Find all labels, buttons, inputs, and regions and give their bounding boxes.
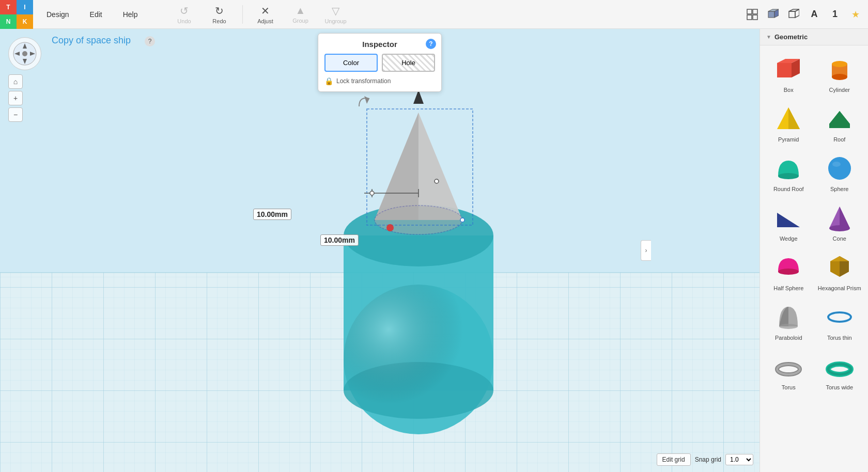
svg-marker-47: [829, 111, 850, 128]
inspector-help-button[interactable]: ?: [426, 39, 436, 49]
svg-point-30: [460, 218, 464, 222]
torus-wide-label: Torus wide: [826, 384, 853, 390]
canvas-area[interactable]: 10.00mm 10.00mm ⌂ + −: [0, 29, 760, 472]
text-A-icon[interactable]: A: [806, 6, 823, 23]
wedge-shape-icon: [773, 202, 804, 233]
canvas-controls: ⌂ + −: [8, 37, 41, 122]
shape-item-roof[interactable]: Roof: [815, 99, 864, 147]
shape-item-pyramid[interactable]: Pyramid: [764, 99, 813, 147]
logo-n: N: [0, 14, 17, 29]
right-toolbar: A 1 ★: [744, 6, 868, 23]
logo-k: K: [17, 14, 33, 29]
lock-transformation[interactable]: 🔒 Lock transformation: [324, 77, 435, 85]
svg-point-37: [22, 51, 27, 56]
collapse-panel-button[interactable]: ›: [641, 240, 651, 261]
svg-rect-38: [777, 63, 792, 77]
zoom-controls: ⌂ + −: [8, 74, 41, 122]
svg-rect-7: [789, 11, 795, 18]
torus-wide-shape-icon: [824, 351, 855, 382]
wedge-label: Wedge: [780, 235, 798, 242]
group-icon: ▲: [296, 5, 306, 17]
shape-item-cone[interactable]: Cone: [815, 198, 864, 246]
panel-expand-icon[interactable]: ▼: [766, 34, 771, 40]
main-layout: 10.00mm 10.00mm ⌂ + −: [0, 29, 868, 472]
color-button[interactable]: Color: [324, 54, 378, 72]
shape-item-sphere[interactable]: Sphere: [815, 149, 864, 196]
menu-design[interactable]: Design: [38, 6, 78, 23]
svg-rect-1: [753, 9, 757, 14]
grid-view-icon[interactable]: [744, 6, 761, 23]
help-badge[interactable]: ?: [145, 36, 155, 46]
tinkercad-logo[interactable]: T I N K: [0, 0, 33, 29]
toolbar-sep-1: [242, 5, 243, 24]
menu-bar: T I N K Design Edit Help ↺ Undo ↻ Redo ✕…: [0, 0, 868, 29]
svg-point-18: [344, 285, 493, 434]
zoom-in-button[interactable]: +: [8, 91, 23, 105]
inspector-panel: Inspector Color Hole 🔒 Lock transformati…: [318, 33, 442, 92]
shape-item-torus[interactable]: Torus: [764, 347, 813, 395]
project-title[interactable]: Copy of space ship: [52, 35, 131, 46]
grid-controls: Edit grid Snap grid 1.0 0.5 0.25: [657, 453, 753, 466]
hole-button[interactable]: Hole: [382, 54, 435, 72]
svg-point-42: [832, 61, 847, 67]
shape-item-box[interactable]: Box: [764, 50, 813, 97]
svg-point-60: [779, 324, 798, 329]
shape-item-torus-wide[interactable]: Torus wide: [815, 347, 864, 395]
snap-select[interactable]: 1.0 0.5 0.25: [725, 454, 753, 465]
zoom-out-button[interactable]: −: [8, 107, 23, 122]
shapes-panel-header: ▼ Geometric: [760, 29, 868, 45]
star-icon[interactable]: ★: [847, 6, 864, 23]
shape-item-wedge[interactable]: Wedge: [764, 198, 813, 246]
menu-edit[interactable]: Edit: [82, 6, 111, 23]
menu-help[interactable]: Help: [115, 6, 146, 23]
svg-marker-23: [413, 90, 424, 104]
shape-item-cylinder[interactable]: Cylinder: [815, 50, 864, 97]
adjust-button[interactable]: ✕ Adjust: [253, 5, 278, 24]
sphere-shape-icon: [824, 153, 855, 184]
shape-item-hexagonal-prism[interactable]: Hexagonal Prism: [815, 248, 864, 295]
svg-point-56: [778, 269, 799, 275]
logo-t: T: [0, 0, 17, 14]
nav-cube[interactable]: [8, 37, 41, 70]
svg-rect-3: [753, 15, 757, 20]
shape-item-round-roof[interactable]: Round Roof: [764, 149, 813, 196]
number-1-icon[interactable]: 1: [827, 6, 843, 23]
sphere-label: Sphere: [830, 186, 848, 192]
redo-button[interactable]: ↻ Redo: [207, 5, 232, 24]
shape-item-paraboloid[interactable]: Paraboloid: [764, 297, 813, 345]
svg-point-49: [828, 157, 851, 180]
edit-grid-button[interactable]: Edit grid: [657, 453, 691, 466]
undo-icon: ↺: [180, 5, 189, 17]
nav-cube-svg: [12, 41, 37, 66]
box-view-icon[interactable]: [765, 6, 781, 23]
half-sphere-shape-icon: [773, 252, 804, 283]
ungroup-button[interactable]: ▽ Ungroup: [323, 5, 348, 24]
redo-icon: ↻: [215, 5, 224, 17]
undo-button[interactable]: ↺ Undo: [172, 5, 197, 24]
svg-rect-4: [768, 11, 774, 18]
paraboloid-label: Paraboloid: [775, 335, 802, 341]
shapes-grid: Box Cylinder Pyramid: [760, 45, 868, 399]
shape-item-torus-thin[interactable]: Torus thin: [815, 297, 864, 345]
torus-thin-shape-icon: [824, 302, 855, 333]
box-label: Box: [784, 87, 794, 93]
shape-item-half-sphere[interactable]: Half Sphere: [764, 248, 813, 295]
svg-marker-20: [375, 113, 419, 220]
svg-marker-51: [777, 213, 800, 227]
svg-marker-45: [788, 107, 800, 129]
lock-label: Lock transformation: [336, 77, 391, 85]
shapes-panel-title: Geometric: [774, 33, 808, 41]
hexagonal-prism-label: Hexagonal Prism: [818, 285, 861, 291]
group-button[interactable]: ▲ Group: [288, 5, 313, 24]
wireframe-icon[interactable]: [785, 6, 802, 23]
svg-point-50: [832, 162, 841, 167]
lock-icon: 🔒: [324, 77, 333, 85]
svg-point-55: [829, 225, 850, 231]
cone-shape-icon: [824, 202, 855, 233]
cone-label: Cone: [833, 235, 846, 242]
svg-point-62: [828, 312, 851, 322]
paraboloid-shape-icon: [773, 302, 804, 333]
svg-marker-59: [830, 256, 849, 261]
home-button[interactable]: ⌂: [8, 74, 23, 89]
svg-rect-0: [747, 9, 752, 14]
